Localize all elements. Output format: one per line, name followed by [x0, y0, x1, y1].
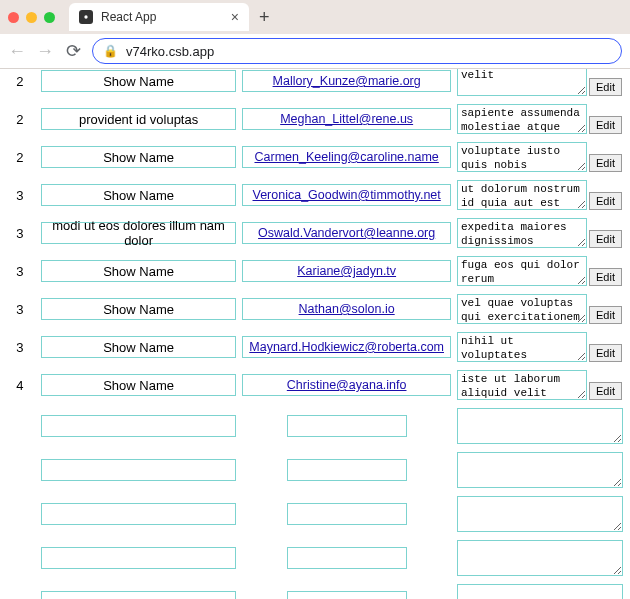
id-cell: 3 [4, 255, 36, 287]
new-tab-button[interactable]: + [259, 8, 270, 26]
email-box[interactable] [287, 591, 407, 599]
email-link[interactable]: Christine@ayana.info [287, 378, 407, 392]
name-cell: Show Name [40, 331, 237, 363]
browser-tab[interactable]: React App × [69, 3, 249, 31]
browser-chrome: React App × + ← → ⟳ 🔒 v74rko.csb.app [0, 0, 630, 69]
name-box[interactable] [41, 547, 236, 569]
edit-button[interactable]: Edit [589, 382, 622, 400]
name-cell: Show Name [40, 293, 237, 325]
body-textarea[interactable]: voluptate iusto quis nobis reprehenderit [457, 142, 587, 172]
edit-button[interactable]: Edit [589, 154, 622, 172]
body-textarea[interactable] [457, 408, 623, 444]
name-box[interactable]: Show Name [41, 260, 236, 282]
body-textarea[interactable]: sapiente assumenda molestiae atque [457, 104, 587, 134]
email-box: Christine@ayana.info [242, 374, 451, 396]
body-cell: voluptate iusto quis nobis reprehenderit… [456, 141, 626, 173]
name-cell: modi ut eos dolores illum nam dolor [40, 217, 237, 249]
body-textarea[interactable]: vel quae voluptas qui exercitationem [457, 294, 587, 324]
email-cell: Christine@ayana.info [241, 369, 452, 401]
table-row-empty [4, 451, 626, 489]
tab-close-icon[interactable]: × [231, 10, 239, 24]
lock-icon: 🔒 [103, 44, 118, 58]
name-box[interactable]: Show Name [41, 336, 236, 358]
name-box[interactable] [41, 415, 236, 437]
edit-button[interactable]: Edit [589, 116, 622, 134]
id-cell: 3 [4, 331, 36, 363]
email-box[interactable] [287, 547, 407, 569]
email-box[interactable] [287, 459, 407, 481]
table-row: 3 Show Name Maynard.Hodkiewicz@roberta.c… [4, 331, 626, 363]
email-box[interactable] [287, 503, 407, 525]
name-box[interactable]: Show Name [41, 184, 236, 206]
name-cell: provident id voluptas [40, 103, 237, 135]
id-cell: 2 [4, 141, 36, 173]
address-bar[interactable]: 🔒 v74rko.csb.app [92, 38, 622, 64]
email-link[interactable]: Oswald.Vandervort@leanne.org [258, 226, 435, 240]
email-link[interactable]: Nathan@solon.io [299, 302, 395, 316]
edit-button[interactable]: Edit [589, 230, 622, 248]
body-textarea[interactable]: nihil ut voluptates blanditiis autem odi… [457, 332, 587, 362]
name-box[interactable]: Show Name [41, 70, 236, 92]
name-cell: Show Name [40, 255, 237, 287]
body-textarea[interactable] [457, 584, 623, 599]
table-row: 3 Show Name Nathan@solon.io vel quae vol… [4, 293, 626, 325]
body-textarea[interactable]: velit [457, 69, 587, 96]
name-box[interactable]: Show Name [41, 298, 236, 320]
email-box: Veronica_Goodwin@timmothy.net [242, 184, 451, 206]
body-textarea[interactable]: iste ut laborum aliquid velit facere [457, 370, 587, 400]
table-row: 2 Show Name Mallory_Kunze@marie.org veli… [4, 69, 626, 97]
edit-button[interactable]: Edit [589, 192, 622, 210]
body-textarea[interactable] [457, 540, 623, 576]
body-textarea[interactable] [457, 452, 623, 488]
email-link[interactable]: Maynard.Hodkiewicz@roberta.com [249, 340, 444, 354]
name-box[interactable] [41, 503, 236, 525]
name-cell: Show Name [40, 179, 237, 211]
table-row: 4 Show Name Christine@ayana.info iste ut… [4, 369, 626, 401]
email-cell: Oswald.Vandervort@leanne.org [241, 217, 452, 249]
body-cell: iste ut laborum aliquid velit facere Edi… [456, 369, 626, 401]
name-box[interactable]: Show Name [41, 374, 236, 396]
email-link[interactable]: Mallory_Kunze@marie.org [273, 74, 421, 88]
window-maximize-button[interactable] [44, 12, 55, 23]
email-link[interactable]: Veronica_Goodwin@timmothy.net [253, 188, 441, 202]
body-textarea[interactable]: fuga eos qui dolor rerum [457, 256, 587, 286]
edit-button[interactable]: Edit [589, 78, 622, 96]
name-box[interactable] [41, 591, 236, 599]
email-box: Mallory_Kunze@marie.org [242, 70, 451, 92]
name-box[interactable]: Show Name [41, 146, 236, 168]
table-row: 3 Show Name Kariane@jadyn.tv fuga eos qu… [4, 255, 626, 287]
email-link[interactable]: Kariane@jadyn.tv [297, 264, 396, 278]
body-textarea[interactable]: expedita maiores dignissimos facilis [457, 218, 587, 248]
body-cell: nihil ut voluptates blanditiis autem odi… [456, 331, 626, 363]
email-link[interactable]: Meghan_Littel@rene.us [280, 112, 413, 126]
id-cell: 3 [4, 179, 36, 211]
url-text: v74rko.csb.app [126, 44, 611, 59]
table-row-empty [4, 407, 626, 445]
edit-button[interactable]: Edit [589, 306, 622, 324]
page-viewport: 2 Show Name Mallory_Kunze@marie.org veli… [0, 69, 630, 599]
body-textarea[interactable]: ut dolorum nostrum id quia aut est [457, 180, 587, 210]
forward-icon[interactable]: → [36, 41, 54, 62]
edit-button[interactable]: Edit [589, 268, 622, 286]
data-table: 2 Show Name Mallory_Kunze@marie.org veli… [0, 69, 630, 599]
name-box[interactable]: modi ut eos dolores illum nam dolor [41, 222, 236, 244]
email-link[interactable]: Carmen_Keeling@caroline.name [254, 150, 438, 164]
id-cell: 3 [4, 217, 36, 249]
window-close-button[interactable] [8, 12, 19, 23]
email-box: Meghan_Littel@rene.us [242, 108, 451, 130]
tab-favicon [79, 10, 93, 24]
window-minimize-button[interactable] [26, 12, 37, 23]
id-cell: 2 [4, 69, 36, 97]
email-box: Nathan@solon.io [242, 298, 451, 320]
body-cell: sapiente assumenda molestiae atque Edit [456, 103, 626, 135]
email-box[interactable] [287, 415, 407, 437]
back-icon[interactable]: ← [8, 41, 26, 62]
body-textarea[interactable] [457, 496, 623, 532]
email-cell: Maynard.Hodkiewicz@roberta.com [241, 331, 452, 363]
email-cell: Meghan_Littel@rene.us [241, 103, 452, 135]
reload-icon[interactable]: ⟳ [64, 40, 82, 62]
email-box: Oswald.Vandervort@leanne.org [242, 222, 451, 244]
edit-button[interactable]: Edit [589, 344, 622, 362]
name-box[interactable] [41, 459, 236, 481]
name-box[interactable]: provident id voluptas [41, 108, 236, 130]
